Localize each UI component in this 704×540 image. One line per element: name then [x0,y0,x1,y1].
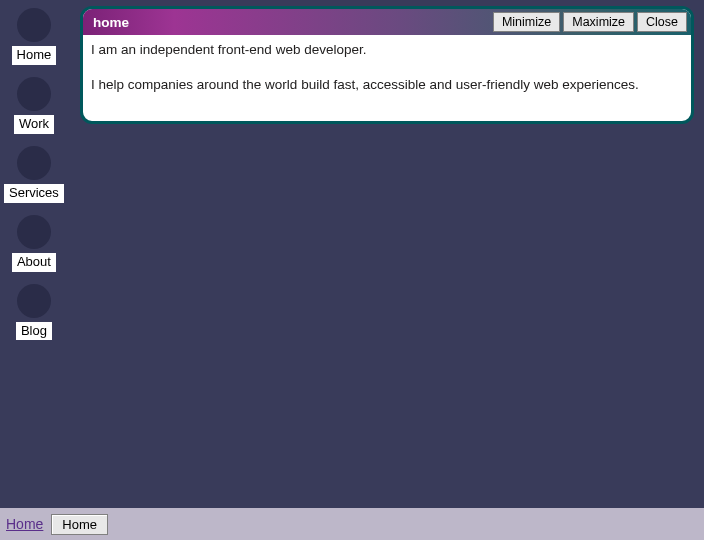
taskbar-item-home[interactable]: Home [51,514,108,535]
blog-icon [17,284,51,318]
dock-label: Home [12,46,57,65]
body-text: I am an independent front-end web develo… [91,41,683,60]
taskbar-start-link[interactable]: Home [6,516,43,532]
dock-item-work[interactable]: Work [14,77,54,134]
window-controls: Minimize Maximize Close [493,12,687,32]
window-home: home Minimize Maximize Close I am an ind… [80,6,694,124]
dock-label: Services [4,184,64,203]
window-body: I am an independent front-end web develo… [83,35,691,121]
maximize-button[interactable]: Maximize [563,12,634,32]
dock-item-blog[interactable]: Blog [16,284,52,341]
window-titlebar[interactable]: home Minimize Maximize Close [83,9,691,35]
about-icon [17,215,51,249]
services-icon [17,146,51,180]
taskbar: Home Home [0,508,704,540]
window-title: home [93,15,493,30]
dock-label: About [12,253,56,272]
desktop-dock: Home Work Services About Blog [4,8,64,340]
work-icon [17,77,51,111]
dock-item-services[interactable]: Services [4,146,64,203]
dock-label: Work [14,115,54,134]
home-icon [17,8,51,42]
body-text: I help companies around the world build … [91,76,683,95]
close-button[interactable]: Close [637,12,687,32]
dock-item-about[interactable]: About [12,215,56,272]
dock-item-home[interactable]: Home [12,8,57,65]
dock-label: Blog [16,322,52,341]
minimize-button[interactable]: Minimize [493,12,560,32]
